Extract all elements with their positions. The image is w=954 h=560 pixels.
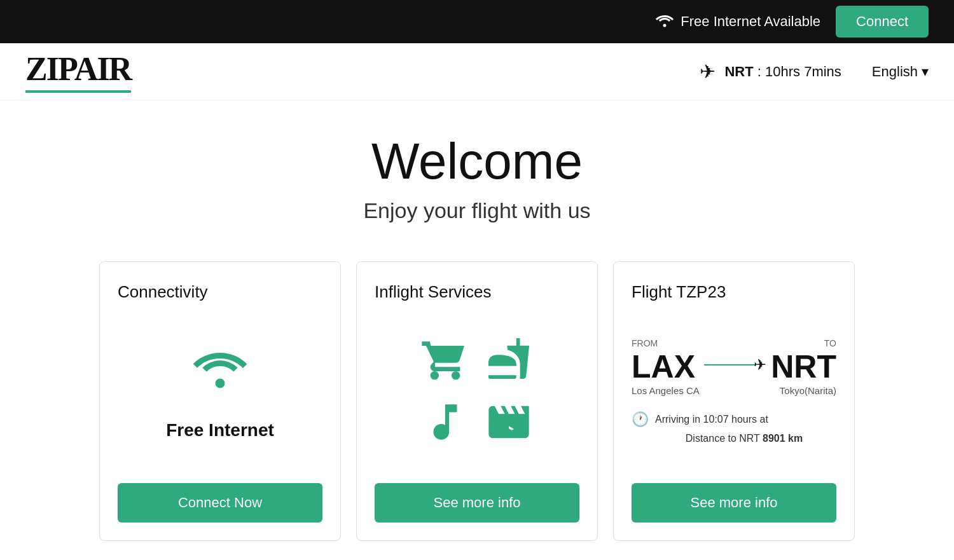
from-city: Los Angeles CA	[632, 385, 700, 396]
wifi-label: Free Internet Available	[681, 13, 820, 30]
distance-value: 8901 km	[763, 433, 803, 444]
hero-section: Welcome Enjoy your flight with us	[0, 100, 954, 249]
connect-now-button[interactable]: Connect Now	[118, 483, 322, 522]
free-internet-label: Free Internet	[166, 420, 274, 440]
language-label: English	[872, 64, 918, 80]
inflight-body	[375, 315, 579, 468]
distance-label: Distance to NRT	[686, 433, 760, 444]
header-right: ✈ NRT : 10hrs 7mins English ▾	[700, 60, 929, 83]
connect-button-top[interactable]: Connect	[836, 6, 929, 38]
top-bar: Free Internet Available Connect	[0, 0, 954, 43]
video-icon	[482, 398, 536, 449]
route-to: TO NRT Tokyo(Narita)	[771, 338, 836, 396]
connectivity-body: Free Internet	[118, 315, 322, 468]
to-city: Tokyo(Narita)	[771, 385, 836, 396]
route-arrow: ✈	[700, 356, 771, 374]
arriving-info: 🕐 Arriving in 10:07 hours at	[632, 411, 836, 428]
chevron-down-icon: ▾	[922, 64, 929, 80]
music-icon	[422, 397, 469, 450]
flight-duration-separator: :	[757, 64, 765, 79]
route-line	[704, 364, 755, 365]
flight-route: FROM LAX Los Angeles CA ✈ TO NRT Tokyo(N…	[632, 338, 836, 396]
from-label: FROM	[632, 338, 700, 348]
logo: ZIPAIR	[25, 50, 131, 93]
cart-icon	[420, 333, 471, 386]
from-code: LAX	[632, 351, 700, 383]
connectivity-wifi-icon	[191, 343, 249, 401]
distance-info: Distance to NRT 8901 km	[686, 433, 803, 444]
wifi-icon	[655, 12, 674, 32]
hero-subtitle: Enjoy your flight with us	[0, 198, 954, 223]
flight-see-more-button[interactable]: See more info	[632, 483, 836, 522]
services-icons	[418, 333, 536, 450]
to-code: NRT	[771, 351, 836, 383]
connectivity-card: Connectivity Free Internet Connect Now	[99, 261, 341, 541]
flight-info: ✈ NRT : 10hrs 7mins	[700, 60, 841, 83]
connectivity-title: Connectivity	[118, 282, 208, 302]
route-from: FROM LAX Los Angeles CA	[632, 338, 700, 396]
inflight-card: Inflight Services	[356, 261, 598, 541]
inflight-see-more-button[interactable]: See more info	[375, 483, 579, 522]
flight-destination: NRT : 10hrs 7mins	[724, 64, 841, 80]
plane-icon: ✈	[700, 60, 716, 83]
flight-card: Flight TZP23 FROM LAX Los Angeles CA ✈ T…	[613, 261, 855, 541]
cards-container: Connectivity Free Internet Connect Now I…	[0, 249, 954, 560]
hero-title: Welcome	[0, 132, 954, 191]
header: ZIPAIR ✈ NRT : 10hrs 7mins English ▾	[0, 43, 954, 100]
to-label: TO	[771, 338, 836, 348]
route-plane-icon: ✈	[754, 356, 766, 374]
flight-card-title: Flight TZP23	[632, 282, 726, 302]
food-icon	[487, 333, 531, 386]
arriving-text: Arriving in 10:07 hours at	[655, 414, 768, 425]
flight-card-body: FROM LAX Los Angeles CA ✈ TO NRT Tokyo(N…	[632, 315, 836, 468]
wifi-info: Free Internet Available	[655, 12, 820, 32]
inflight-title: Inflight Services	[375, 282, 492, 302]
clock-icon: 🕐	[632, 411, 649, 428]
language-selector[interactable]: English ▾	[872, 64, 929, 80]
